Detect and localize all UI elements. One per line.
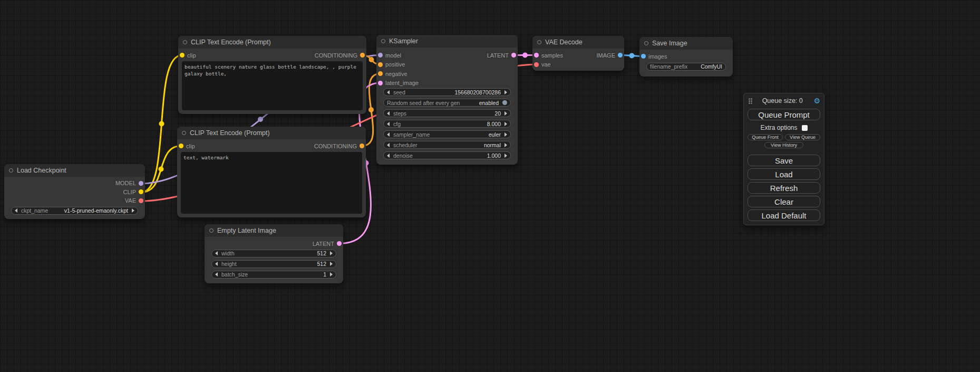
widget-width[interactable]: width 512	[211, 250, 336, 257]
node-empty-latent-image[interactable]: Empty Latent Image LATENT width 512 heig…	[205, 224, 343, 283]
input-slot-negative[interactable]: negative	[378, 71, 407, 77]
model-slot-dot[interactable]	[139, 181, 143, 186]
vae-slot-dot[interactable]	[139, 198, 143, 203]
save-button[interactable]: Save	[748, 155, 820, 166]
conditioning-slot-dot[interactable]	[360, 144, 364, 148]
input-slot-samples[interactable]: samples	[534, 52, 563, 59]
load-button[interactable]: Load	[748, 168, 820, 180]
latent-slot-dot[interactable]	[337, 241, 342, 246]
conditioning-slot-dot[interactable]	[360, 53, 365, 58]
collapse-dot-icon[interactable]	[9, 168, 13, 173]
output-slot-latent[interactable]: LATENT	[313, 241, 342, 247]
widget-ckpt-name[interactable]: ckpt_name v1-5-pruned-emaonly.ckpt	[11, 207, 138, 215]
decrement-arrow-icon[interactable]	[387, 132, 390, 137]
increment-arrow-icon[interactable]	[330, 251, 333, 255]
node-title-bar[interactable]: Save Image	[639, 37, 733, 50]
vae-slot-dot[interactable]	[534, 62, 539, 67]
input-slot-latent-image[interactable]: latent_image	[378, 80, 419, 86]
node-clip-text-encode-negative[interactable]: CLIP Text Encode (Prompt) clip CONDITION…	[177, 127, 366, 217]
latent-slot-dot[interactable]	[511, 53, 516, 58]
widget-filename-prefix[interactable]: filename_prefix ComfyUI	[646, 63, 726, 71]
increment-arrow-icon[interactable]	[504, 122, 507, 126]
clip-slot-dot[interactable]	[179, 144, 183, 148]
latent-slot-dot[interactable]	[378, 81, 383, 85]
output-slot-image[interactable]: IMAGE	[597, 52, 623, 59]
widget-cfg[interactable]: cfg 8.000	[383, 120, 511, 128]
settings-gear-icon[interactable]: ⚙	[813, 97, 820, 104]
increment-arrow-icon[interactable]	[504, 111, 507, 116]
collapse-dot-icon[interactable]	[183, 40, 187, 44]
image-slot-dot[interactable]	[618, 53, 623, 58]
output-slot-vae[interactable]: VAE	[125, 197, 143, 204]
increment-arrow-icon[interactable]	[504, 90, 507, 94]
decrement-arrow-icon[interactable]	[215, 272, 218, 276]
node-title-bar[interactable]: Load Checkpoint	[4, 164, 145, 177]
input-slot-positive[interactable]: positive	[378, 61, 405, 68]
decrement-arrow-icon[interactable]	[387, 90, 390, 94]
conditioning-slot-dot[interactable]	[378, 71, 383, 76]
decrement-arrow-icon[interactable]	[215, 262, 218, 266]
node-title-bar[interactable]: CLIP Text Encode (Prompt)	[178, 36, 366, 49]
node-save-image[interactable]: Save Image images filename_prefix ComfyU…	[639, 37, 733, 77]
output-slot-latent[interactable]: LATENT	[487, 52, 516, 59]
increment-arrow-icon[interactable]	[330, 272, 333, 276]
queue-prompt-button[interactable]: Queue Prompt	[748, 109, 820, 120]
node-clip-text-encode-positive[interactable]: CLIP Text Encode (Prompt) clip CONDITION…	[178, 36, 366, 114]
conditioning-slot-dot[interactable]	[378, 62, 383, 67]
widget-height[interactable]: height 512	[211, 260, 336, 268]
decrement-arrow-icon[interactable]	[387, 122, 390, 126]
output-slot-model[interactable]: MODEL	[115, 180, 143, 186]
input-slot-vae[interactable]: vae	[534, 61, 551, 68]
input-slot-clip[interactable]: clip	[180, 52, 196, 59]
decrement-arrow-icon[interactable]	[387, 154, 390, 158]
input-slot-images[interactable]: images	[641, 53, 667, 60]
output-slot-clip[interactable]: CLIP	[123, 189, 143, 195]
node-title-bar[interactable]: KSampler	[376, 35, 518, 47]
prompt-textarea[interactable]: text, watermark	[181, 152, 362, 214]
node-title-bar[interactable]: VAE Decode	[532, 36, 624, 49]
collapse-dot-icon[interactable]	[209, 228, 214, 233]
clip-slot-dot[interactable]	[180, 53, 185, 58]
load-default-button[interactable]: Load Default	[748, 209, 820, 221]
latent-slot-dot[interactable]	[534, 53, 539, 58]
view-queue-button[interactable]: View Queue	[785, 134, 820, 140]
prompt-textarea[interactable]: beautiful scenery nature glass bottle la…	[182, 61, 363, 111]
decrement-arrow-icon[interactable]	[215, 251, 218, 255]
node-title-bar[interactable]: CLIP Text Encode (Prompt)	[177, 127, 366, 139]
increment-arrow-icon[interactable]	[504, 154, 507, 158]
queue-front-button[interactable]: Queue Front	[748, 134, 783, 140]
decrement-arrow-icon[interactable]	[387, 111, 390, 116]
widget-scheduler[interactable]: scheduler normal	[383, 141, 511, 149]
node-load-checkpoint[interactable]: Load Checkpoint MODEL CLIP VAE	[4, 164, 145, 219]
view-history-button[interactable]: View History	[764, 142, 803, 148]
widget-denoise[interactable]: denoise 1.000	[383, 151, 511, 159]
collapse-dot-icon[interactable]	[644, 41, 648, 45]
increment-arrow-icon[interactable]	[132, 208, 134, 213]
widget-random-seed-toggle[interactable]: Random seed after every gen enabled	[383, 99, 511, 107]
widget-batch-size[interactable]: batch_size 1	[211, 271, 336, 279]
collapse-dot-icon[interactable]	[381, 39, 385, 43]
increment-arrow-icon[interactable]	[504, 143, 507, 147]
collapse-dot-icon[interactable]	[537, 40, 541, 44]
menu-header[interactable]: Queue size: 0 ⚙	[748, 97, 820, 105]
collapse-dot-icon[interactable]	[182, 131, 186, 135]
node-vae-decode[interactable]: VAE Decode samples IMAGE vae	[532, 36, 624, 71]
increment-arrow-icon[interactable]	[330, 262, 333, 266]
increment-arrow-icon[interactable]	[504, 132, 507, 137]
input-slot-model[interactable]: model	[378, 52, 401, 59]
extra-options-checkbox[interactable]	[802, 125, 808, 131]
node-ksampler[interactable]: KSampler model LATENT positive	[376, 35, 518, 165]
clear-button[interactable]: Clear	[748, 196, 820, 207]
model-slot-dot[interactable]	[378, 53, 383, 58]
widget-seed[interactable]: seed 156680208700286	[383, 88, 511, 96]
refresh-button[interactable]: Refresh	[748, 182, 820, 194]
clip-slot-dot[interactable]	[139, 189, 143, 194]
decrement-arrow-icon[interactable]	[387, 143, 390, 147]
drag-handle-icon[interactable]	[749, 98, 750, 100]
decrement-arrow-icon[interactable]	[15, 208, 17, 213]
output-slot-conditioning[interactable]: CONDITIONING	[315, 52, 365, 59]
widget-sampler-name[interactable]: sampler_name euler	[383, 130, 511, 138]
image-slot-dot[interactable]	[641, 54, 646, 59]
input-slot-clip[interactable]: clip	[179, 143, 195, 149]
widget-steps[interactable]: steps 20	[383, 109, 511, 117]
